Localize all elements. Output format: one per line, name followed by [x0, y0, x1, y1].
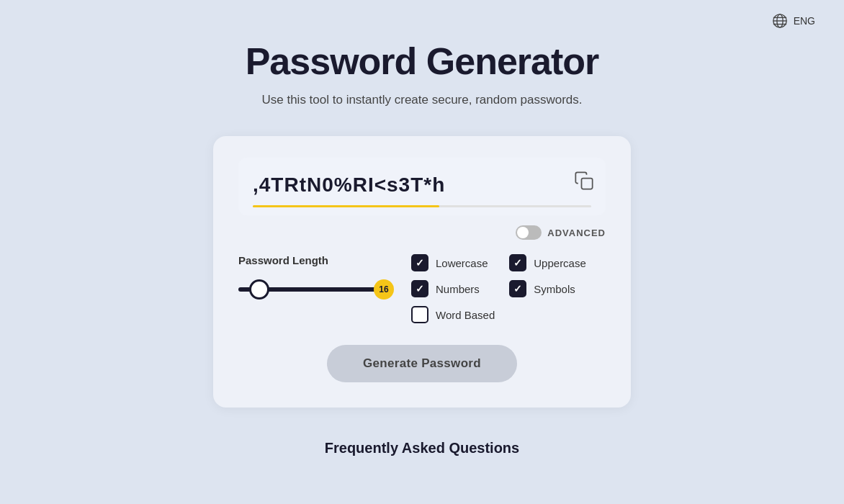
checkbox-label-lowercase: Lowercase — [436, 257, 488, 269]
page-title: Password Generator — [246, 40, 599, 83]
language-label[interactable]: ENG — [794, 15, 815, 27]
checkmark-uppercase: ✓ — [513, 258, 522, 268]
slider-track: 16 — [238, 287, 390, 292]
strength-fill — [253, 205, 439, 207]
checkbox-label-word-based: Word Based — [436, 309, 495, 321]
advanced-toggle[interactable] — [516, 225, 542, 240]
checkbox-label-uppercase: Uppercase — [534, 257, 586, 269]
checkbox-numbers[interactable]: ✓ — [411, 280, 428, 297]
checkbox-label-numbers: Numbers — [436, 283, 480, 295]
length-label: Password Length — [238, 254, 328, 266]
checkbox-item-symbols[interactable]: ✓ Symbols — [509, 280, 593, 297]
generate-password-button[interactable]: Generate Password — [327, 345, 517, 382]
faq-title: Frequently Asked Questions — [325, 440, 519, 456]
generator-card: ,4TRtN0%RI<s3T*h ADVANCED Password Lengt… — [213, 136, 631, 408]
top-bar: ENG — [772, 13, 815, 29]
toggle-knob — [517, 227, 529, 238]
checkbox-symbols[interactable]: ✓ — [509, 280, 526, 297]
checkbox-uppercase[interactable]: ✓ — [509, 254, 526, 271]
checkmark-symbols: ✓ — [513, 284, 522, 294]
checkmark-numbers: ✓ — [416, 284, 424, 294]
checkboxes-section: ✓ Lowercase ✓ Uppercase ✓ Numbers — [411, 254, 593, 323]
advanced-toggle-row: ADVANCED — [238, 225, 606, 240]
checkbox-item-lowercase[interactable]: ✓ Lowercase — [411, 254, 495, 271]
checkmark-lowercase: ✓ — [416, 258, 424, 268]
globe-icon[interactable] — [772, 13, 788, 29]
checkbox-label-symbols: Symbols — [534, 283, 575, 295]
password-display-area: ,4TRtN0%RI<s3T*h — [238, 158, 606, 215]
checkbox-lowercase[interactable]: ✓ — [411, 254, 428, 271]
checkbox-item-uppercase[interactable]: ✓ Uppercase — [509, 254, 593, 271]
checkbox-word-based[interactable]: ✓ — [411, 306, 428, 323]
password-output: ,4TRtN0%RI<s3T*h — [253, 174, 477, 196]
advanced-label: ADVANCED — [547, 228, 606, 238]
slider-thumb[interactable] — [249, 279, 269, 300]
strength-bar — [253, 205, 591, 207]
slider-value-badge: 16 — [374, 279, 394, 300]
checkbox-item-word-based[interactable]: ✓ Word Based — [411, 306, 495, 323]
controls-row: Password Length 16 ✓ Lowercase — [238, 254, 606, 323]
length-section: Password Length 16 — [238, 254, 390, 302]
copy-icon[interactable] — [574, 171, 594, 191]
page-subtitle: Use this tool to instantly create secure… — [261, 93, 582, 107]
faq-section: Frequently Asked Questions — [325, 440, 519, 456]
slider-container: 16 — [238, 276, 390, 302]
svg-rect-5 — [582, 179, 593, 189]
main-container: Password Generator Use this tool to inst… — [0, 0, 844, 456]
checkbox-item-numbers[interactable]: ✓ Numbers — [411, 280, 495, 297]
